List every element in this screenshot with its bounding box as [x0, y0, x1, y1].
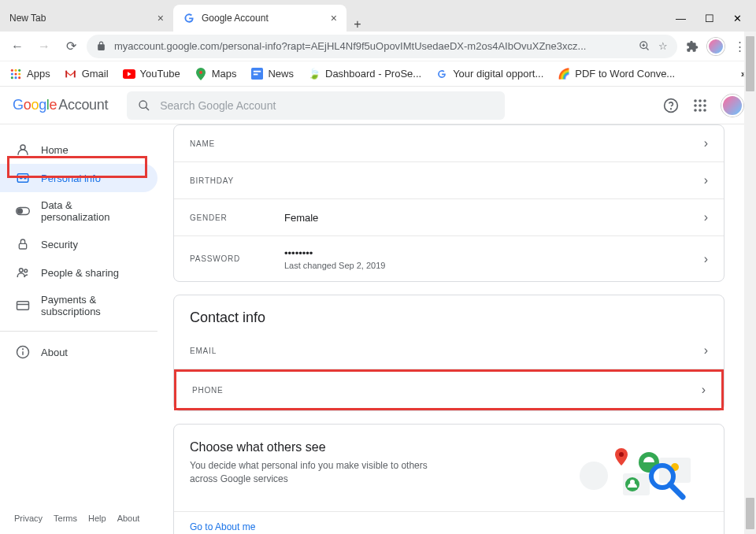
footer-about[interactable]: About — [117, 514, 140, 523]
address-bar[interactable]: myaccount.google.com/personal-info?rapt=… — [87, 35, 677, 58]
svg-point-40 — [20, 269, 24, 273]
bookmark-apps[interactable]: Apps — [9, 68, 50, 80]
browser-toolbar: ← → ⟳ myaccount.google.com/personal-info… — [0, 32, 756, 61]
row-name[interactable]: NAME › — [174, 125, 724, 162]
bookmark-digital[interactable]: Your digital opport... — [435, 68, 543, 80]
footer-privacy[interactable]: Privacy — [14, 514, 43, 523]
gmail-icon — [65, 68, 77, 80]
close-icon[interactable]: × — [331, 12, 337, 24]
search-icon — [138, 99, 150, 112]
svg-point-29 — [694, 109, 697, 112]
svg-point-47 — [580, 462, 608, 490]
new-tab-button[interactable]: + — [346, 17, 369, 32]
zoom-icon[interactable] — [639, 40, 650, 52]
divider — [0, 331, 158, 332]
bookmark-maps[interactable]: Maps — [195, 68, 237, 80]
maximize-icon[interactable]: ☐ — [705, 13, 714, 24]
search-input[interactable]: Search Google Account — [127, 91, 505, 120]
svg-point-7 — [18, 69, 20, 71]
sidebar-item-about[interactable]: About — [0, 338, 158, 366]
forward-button[interactable]: → — [33, 35, 55, 57]
reload-button[interactable]: ⟳ — [60, 35, 82, 57]
svg-rect-18 — [254, 74, 258, 76]
bookmark-news[interactable]: News — [250, 68, 294, 80]
bookmark-gmail[interactable]: Gmail — [65, 68, 109, 80]
back-button[interactable]: ← — [6, 35, 28, 57]
svg-point-27 — [699, 104, 702, 107]
bookmark-pdf[interactable]: 🌈 PDF to Word Conve... — [558, 68, 675, 80]
svg-point-22 — [671, 108, 672, 109]
tab-google-account[interactable]: Google Account × — [173, 5, 346, 32]
google-icon — [435, 68, 448, 80]
star-icon[interactable]: ☆ — [658, 40, 668, 52]
news-icon — [250, 68, 263, 80]
svg-point-13 — [18, 76, 20, 79]
apps-grid-icon[interactable] — [693, 98, 707, 113]
google-account-logo[interactable]: GoogleAccount — [13, 97, 108, 113]
sidebar-item-home[interactable]: Home — [0, 135, 158, 164]
svg-point-19 — [139, 101, 146, 108]
svg-point-9 — [14, 72, 17, 75]
svg-point-31 — [703, 109, 706, 112]
page-header: GoogleAccount Search Google Account — [0, 87, 756, 124]
chevron-right-icon: › — [704, 210, 708, 224]
svg-point-12 — [14, 76, 17, 79]
svg-point-25 — [703, 99, 706, 102]
sidebar-item-personal-info[interactable]: Personal info — [0, 164, 158, 192]
svg-line-2 — [646, 47, 648, 50]
bookmark-dashboard[interactable]: 🍃 Dashboard - ProSe... — [308, 68, 421, 80]
svg-rect-17 — [254, 71, 261, 72]
bookmark-youtube[interactable]: YouTube — [123, 68, 180, 80]
svg-point-32 — [20, 145, 25, 150]
sidebar-item-security[interactable]: Security — [0, 230, 158, 258]
sidebar-item-data[interactable]: Data & personalization — [0, 192, 158, 230]
lock-icon — [16, 237, 30, 251]
basic-info-card: NAME › BIRTHDAY › GENDER Female › PASSWO… — [173, 124, 724, 282]
rainbow-icon: 🌈 — [558, 68, 570, 80]
people-icon — [16, 265, 30, 280]
toggle-icon — [16, 204, 30, 218]
svg-line-56 — [670, 484, 683, 497]
row-gender[interactable]: GENDER Female › — [174, 199, 724, 236]
tab-title: New Tab — [9, 13, 46, 24]
svg-rect-42 — [17, 302, 29, 310]
svg-rect-33 — [17, 174, 28, 183]
row-password[interactable]: PASSWORD •••••••• Last changed Sep 2, 20… — [174, 236, 724, 281]
footer-help[interactable]: Help — [88, 514, 106, 523]
close-icon[interactable]: × — [158, 12, 164, 24]
scrollbar-thumb[interactable] — [746, 36, 754, 91]
lock-icon — [96, 41, 106, 51]
tab-new-tab[interactable]: New Tab × — [0, 5, 173, 32]
scrollbar[interactable] — [744, 32, 756, 534]
info-icon — [16, 345, 30, 359]
svg-line-20 — [146, 107, 149, 110]
help-icon[interactable] — [663, 98, 679, 113]
choose-others-card: Choose what others see You decide what p… — [173, 424, 724, 534]
chevron-right-icon: › — [704, 252, 708, 266]
svg-point-38 — [17, 209, 22, 213]
apps-icon — [9, 68, 22, 80]
sidebar-item-payments[interactable]: Payments & subscriptions — [0, 287, 158, 324]
row-phone[interactable]: PHONE › — [174, 369, 724, 410]
browser-tab-strip: New Tab × Google Account × + — ☐ ✕ — [0, 0, 756, 32]
footer-terms[interactable]: Terms — [54, 514, 77, 523]
maps-icon — [195, 68, 207, 80]
id-card-icon — [16, 171, 30, 185]
about-me-link[interactable]: Go to About me — [174, 511, 724, 534]
url-text: myaccount.google.com/personal-info?rapt=… — [114, 40, 631, 52]
row-email[interactable]: EMAIL › — [174, 332, 724, 369]
window-controls: — ☐ ✕ — [676, 5, 756, 32]
main-content: NAME › BIRTHDAY › GENDER Female › PASSWO… — [158, 124, 756, 534]
minimize-icon[interactable]: — — [676, 13, 686, 24]
bookmarks-bar: Apps Gmail YouTube Maps News 🍃 Dashboard… — [0, 61, 756, 87]
row-birthday[interactable]: BIRTHDAY › — [174, 162, 724, 199]
scrollbar-thumb[interactable] — [746, 498, 754, 529]
chevron-right-icon: › — [702, 383, 706, 397]
account-avatar[interactable] — [721, 95, 743, 117]
svg-point-5 — [11, 69, 13, 71]
profile-avatar-icon[interactable] — [707, 38, 724, 55]
close-window-icon[interactable]: ✕ — [733, 13, 742, 24]
sidebar-item-people[interactable]: People & sharing — [0, 258, 158, 287]
extensions-icon[interactable] — [682, 36, 702, 57]
choose-title: Choose what others see — [190, 440, 561, 454]
